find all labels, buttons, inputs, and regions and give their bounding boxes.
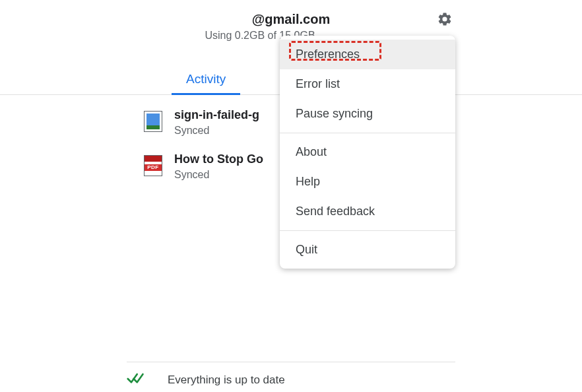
list-item-text: How to Stop Go Synced: [174, 152, 263, 181]
file-name: sign-in-failed-g: [174, 108, 259, 122]
image-file-icon: [144, 111, 162, 132]
menu-item-about[interactable]: About: [280, 137, 455, 167]
double-check-icon: [127, 372, 145, 389]
settings-button[interactable]: [433, 11, 451, 29]
menu-separator: [280, 133, 455, 133]
file-status: Synced: [174, 169, 263, 181]
menu-item-send-feedback[interactable]: Send feedback: [280, 197, 455, 226]
file-name: How to Stop Go: [174, 152, 263, 166]
settings-menu: Preferences Error list Pause syncing Abo…: [280, 36, 455, 269]
menu-item-preferences[interactable]: Preferences: [280, 40, 455, 69]
menu-item-pause-syncing[interactable]: Pause syncing: [280, 99, 455, 129]
menu-item-quit[interactable]: Quit: [280, 235, 455, 265]
account-email: @gmail.com: [0, 12, 582, 27]
menu-item-help[interactable]: Help: [280, 167, 455, 197]
tab-activity[interactable]: Activity: [172, 67, 240, 95]
pdf-file-icon: PDF: [144, 155, 162, 176]
gear-icon: [437, 19, 453, 29]
list-item-text: sign-in-failed-g Synced: [174, 108, 259, 137]
sync-status-text: Everything is up to date: [168, 374, 285, 387]
footer: Everything is up to date: [127, 362, 455, 389]
file-status: Synced: [174, 125, 259, 137]
menu-separator: [280, 230, 455, 231]
drive-sync-panel: @gmail.com Using 0.2GB of 15.0GB Activit…: [0, 0, 582, 392]
menu-item-error-list[interactable]: Error list: [280, 69, 455, 99]
